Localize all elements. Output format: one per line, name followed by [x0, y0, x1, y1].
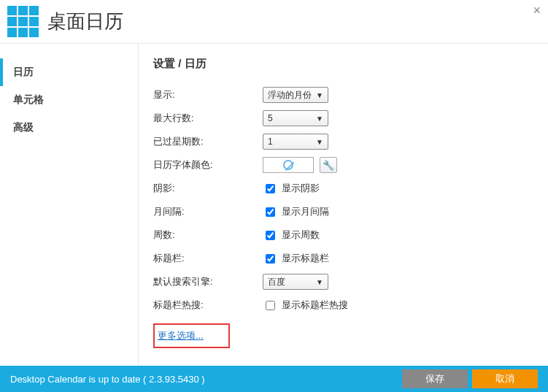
color-picker[interactable] [263, 157, 314, 173]
footer: Desktop Calendar is up to date ( 2.3.93.… [0, 366, 548, 392]
select-display[interactable]: 浮动的月份 ▼ [263, 87, 328, 103]
select-search-engine[interactable]: 百度 ▼ [263, 274, 328, 290]
chevron-down-icon: ▼ [316, 115, 323, 123]
checkbox-titlesearch[interactable]: 显示标题栏热搜 [263, 299, 348, 312]
button-label: 保存 [425, 372, 444, 385]
checkbox-label: 显示阴影 [282, 182, 320, 195]
no-color-icon [283, 160, 293, 170]
select-value: 百度 [268, 276, 285, 288]
label-display: 显示: [153, 88, 263, 101]
button-label: 取消 [495, 372, 514, 385]
checkbox-input[interactable] [266, 231, 275, 240]
app-logo-icon [7, 6, 39, 37]
sidebar-item-advanced[interactable]: 高级 [0, 114, 138, 142]
checkbox-weeknum[interactable]: 显示周数 [263, 228, 320, 242]
chevron-down-icon: ▼ [316, 278, 323, 286]
label-passedweeks: 已过星期数: [153, 135, 263, 148]
checkbox-input[interactable] [266, 254, 275, 264]
checkbox-titlebar[interactable]: 显示标题栏 [263, 252, 329, 266]
checkbox-shadow[interactable]: 显示阴影 [263, 182, 320, 196]
page-title: 设置 / 日历 [153, 57, 533, 71]
checkbox-label: 显示标题栏 [282, 252, 329, 265]
sidebar-item-calendar[interactable]: 日历 [0, 58, 138, 86]
checkbox-input[interactable] [266, 207, 275, 217]
checkbox-label: 显示月间隔 [282, 205, 329, 218]
cancel-button[interactable]: 取消 [472, 369, 538, 388]
save-button[interactable]: 保存 [402, 369, 468, 388]
sidebar-item-label: 日历 [13, 66, 34, 77]
label-fontcolor: 日历字体颜色: [153, 158, 263, 172]
checkbox-label: 显示标题栏热搜 [282, 299, 348, 312]
app-title: 桌面日历 [47, 9, 123, 34]
select-value: 1 [268, 137, 273, 147]
label-maxrows: 最大行数: [153, 112, 263, 125]
sidebar-item-cell[interactable]: 单元格 [0, 86, 138, 114]
sidebar-item-label: 高级 [13, 121, 34, 133]
checkbox-input[interactable] [266, 301, 275, 310]
label-monthgap: 月间隔: [153, 205, 263, 218]
settings-button[interactable]: 🔧 [320, 157, 337, 173]
wrench-icon: 🔧 [323, 160, 334, 171]
label-weeknum: 周数: [153, 228, 263, 242]
sidebar: 日历 单元格 高级 [0, 44, 139, 365]
label-titlebar: 标题栏: [153, 252, 263, 265]
main-panel: 设置 / 日历 显示: 浮动的月份 ▼ 最大行数: 5 ▼ 已过星期数: [139, 44, 548, 365]
label-titlesearch: 标题栏热搜: [153, 299, 263, 312]
close-icon[interactable]: × [533, 3, 541, 18]
checkbox-monthgap[interactable]: 显示月间隔 [263, 205, 329, 219]
chevron-down-icon: ▼ [316, 138, 323, 146]
sidebar-item-label: 单元格 [13, 93, 44, 105]
more-options-link[interactable]: 更多选项... [158, 330, 204, 341]
chevron-down-icon: ▼ [316, 91, 323, 99]
label-shadow: 阴影: [153, 182, 263, 195]
status-text: Desktop Calendar is up to date ( 2.3.93.… [10, 374, 205, 385]
select-passedweeks[interactable]: 1 ▼ [263, 134, 328, 150]
header: 桌面日历 [0, 0, 548, 44]
checkbox-input[interactable] [266, 184, 275, 193]
label-searcheng: 默认搜索引擎: [153, 275, 263, 288]
select-maxrows[interactable]: 5 ▼ [263, 110, 328, 126]
select-value: 浮动的月份 [268, 89, 312, 101]
checkbox-label: 显示周数 [282, 228, 320, 242]
select-value: 5 [268, 113, 273, 123]
